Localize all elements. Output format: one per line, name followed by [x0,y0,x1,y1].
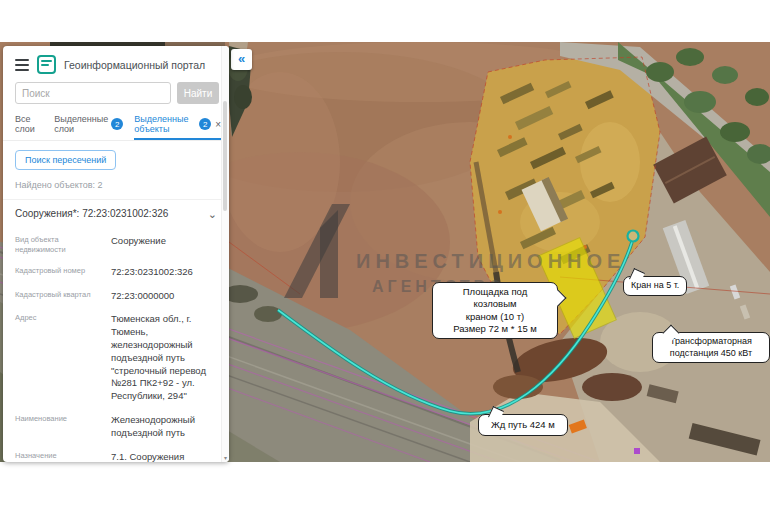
intersection-search-button[interactable]: Поиск пересечений [15,150,116,170]
object-details: Вид объекта недвижимостиСооружение Кадас… [3,227,229,462]
selected-objects-badge: 2 [199,118,211,130]
object-group-title: Сооружения*: 72:23:0231002:326 [15,208,168,219]
tab-selected-layers[interactable]: Выделенные слои 2 [54,114,123,140]
callout-rail-path: Жд путь 424 м [478,414,568,436]
detail-value: 7.1. Сооружения железнодорожного транспо… [111,451,217,462]
menu-icon[interactable] [15,59,29,71]
tab-selected-objects[interactable]: Выделенные объекты 2 × [134,114,221,140]
callout-line: краном (10 т) [440,311,550,323]
tab-selected-objects-label: Выделенные объекты [134,114,196,134]
detail-label: Кадастровый номер [15,266,101,279]
tab-selected-layers-label: Выделенные слои [54,114,108,134]
objects-found-text: Найдено объектов: 2 [15,180,217,190]
callout-crane-area: Площадка под козловым краном (10 т) Разм… [432,282,558,339]
tab-all-layers[interactable]: Все слои [15,114,43,140]
callout-text: Жд путь 424 м [491,419,555,430]
callout-transformer: Трансформаторная подстанция 450 кВт [652,332,770,363]
object-group-header[interactable]: Сооружения*: 72:23:0231002:326 ⌄ [3,199,229,227]
detail-value: 72:23:0000000 [111,290,217,303]
detail-label: Наименование [15,414,101,440]
detail-label: Вид объекта недвижимости [15,235,101,255]
selected-layers-badge: 2 [111,118,123,130]
callout-line: подстанция 450 кВт [660,348,762,360]
search-button[interactable]: Найти [177,82,219,104]
callout-line: Площадка под козловым [440,286,550,311]
route-end-marker [628,231,639,242]
portal-logo-icon [37,55,56,74]
callout-line: Размер 72 м * 15 м [440,323,550,335]
collapse-panel-button[interactable]: « [231,49,252,70]
detail-value: Железнодорожный подъездной путь [111,414,217,440]
detail-label: Назначение [15,451,101,462]
layer-tabs: Все слои Выделенные слои 2 Выделенные об… [3,104,229,141]
scrollbar-thumb[interactable] [223,101,227,211]
app-window: ИНВЕСТИЦИОННОЕ АГЕНТСТВО Площадка под ко… [0,0,770,510]
detail-row: АдресТюменская обл., г. Тюмень, железнод… [15,308,217,409]
sidebar-panel: Геоинформационный портал Найти Все слои … [3,46,229,462]
panel-scrollbar[interactable]: ▾ [221,46,229,462]
detail-row: Вид объекта недвижимостиСооружение [15,229,217,260]
app-title: Геоинформационный портал [64,59,205,71]
detail-row: Кадастровый номер72:23:0231002:326 [15,260,217,284]
search-bar: Найти [3,80,229,104]
detail-row: Назначение7.1. Сооружения железнодорожно… [15,445,217,462]
search-input[interactable] [15,82,171,104]
detail-value: 72:23:0231002:326 [111,266,217,279]
detail-label: Адрес [15,313,101,403]
chevron-down-icon[interactable]: ⌄ [208,210,217,218]
panel-header: Геоинформационный портал [3,46,229,80]
detail-label: Кадастровый квартал [15,290,101,303]
callout-crane-5t: Кран на 5 т. [623,276,687,296]
scroll-down-icon[interactable]: ▾ [222,454,229,461]
detail-row: Кадастровый квартал72:23:0000000 [15,284,217,308]
callout-line: Трансформаторная [660,336,762,348]
detail-value: Сооружение [111,235,217,255]
detail-row: НаименованиеЖелезнодорожный подъездной п… [15,409,217,446]
detail-value: Тюменская обл., г. Тюмень, железнодорожн… [111,313,217,403]
